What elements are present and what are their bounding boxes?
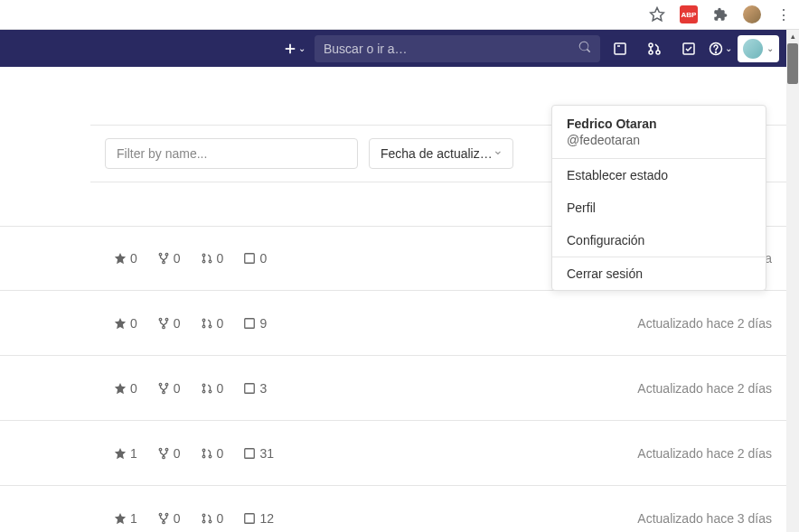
stat-issues[interactable]: 0: [243, 251, 267, 266]
stat-merge-requests[interactable]: 0: [201, 446, 224, 461]
user-dropdown-trigger[interactable]: ⌄: [738, 35, 779, 62]
svg-rect-24: [245, 318, 255, 328]
svg-point-18: [159, 318, 162, 321]
menu-item-settings[interactable]: Configuración: [552, 224, 766, 257]
todos-icon[interactable]: [674, 34, 703, 63]
project-row: 1 0 0 12 Actualizado hace 3 días: [0, 486, 786, 532]
svg-point-5: [649, 43, 653, 47]
stat-forks[interactable]: 0: [157, 251, 181, 266]
svg-rect-31: [245, 383, 255, 393]
menu-item-sign-out[interactable]: Cerrar sesión: [552, 257, 766, 290]
stat-issues[interactable]: 12: [243, 511, 274, 526]
browser-profile-avatar[interactable]: [743, 5, 761, 23]
dropdown-header: Fedrico Otaran @fedeotaran: [552, 106, 766, 159]
project-row: 0 0 0 3 Actualizado hace 2 días: [0, 356, 786, 421]
svg-rect-17: [245, 254, 255, 264]
scrollbar-thumb[interactable]: [787, 43, 798, 84]
svg-point-36: [202, 455, 205, 458]
updated-text: Actualizado hace 2 días: [637, 446, 772, 461]
browser-menu-icon[interactable]: ⋮: [776, 6, 792, 23]
scrollbar-up-icon[interactable]: ▴: [786, 30, 799, 42]
svg-point-33: [165, 448, 168, 451]
create-new-dropdown[interactable]: ⌄: [280, 39, 309, 59]
project-stats: 1 0 0 12: [114, 511, 274, 526]
stat-merge-requests[interactable]: 0: [201, 381, 224, 396]
user-dropdown-menu: Fedrico Otaran @fedeotaran Establecer es…: [551, 105, 766, 291]
svg-point-27: [162, 391, 164, 394]
project-row: 1 0 0 31 Actualizado hace 2 días: [0, 421, 786, 486]
svg-point-6: [649, 51, 653, 54]
svg-point-26: [165, 383, 168, 386]
svg-point-35: [202, 449, 205, 452]
svg-point-11: [159, 253, 162, 256]
search-icon: [578, 41, 591, 56]
project-row: 0 0 0 9 Actualizado hace 2 días: [0, 291, 786, 356]
menu-item-profile[interactable]: Perfil: [552, 191, 766, 224]
stat-forks[interactable]: 0: [157, 446, 181, 461]
svg-point-30: [209, 390, 212, 393]
stat-stars[interactable]: 1: [114, 511, 137, 526]
project-stats: 1 0 0 31: [114, 446, 274, 461]
sort-dropdown[interactable]: Fecha de actualiz…: [369, 138, 513, 169]
updated-text: Actualizado hace 3 días: [637, 511, 772, 526]
extensions-icon[interactable]: [712, 6, 728, 23]
user-avatar: [743, 39, 763, 59]
svg-point-40: [165, 513, 168, 516]
stat-stars[interactable]: 0: [114, 251, 137, 266]
stat-merge-requests[interactable]: 0: [201, 316, 224, 331]
svg-point-44: [209, 520, 212, 523]
svg-rect-2: [286, 48, 296, 50]
svg-rect-38: [245, 448, 255, 458]
stat-forks[interactable]: 0: [157, 381, 181, 396]
stat-forks[interactable]: 0: [157, 316, 181, 331]
search-input[interactable]: [324, 42, 578, 56]
stat-issues[interactable]: 3: [243, 381, 267, 396]
svg-point-43: [202, 520, 205, 523]
browser-toolbar: ABP ⋮: [0, 0, 799, 30]
svg-point-22: [202, 325, 205, 328]
svg-marker-0: [651, 8, 664, 21]
svg-point-14: [202, 254, 205, 257]
user-full-name: Fedrico Otaran: [567, 117, 751, 131]
stat-forks[interactable]: 0: [157, 511, 181, 526]
issues-icon[interactable]: [606, 34, 634, 63]
chevron-down-icon: ⌄: [766, 43, 774, 53]
merge-requests-icon[interactable]: [640, 34, 669, 63]
page-content: ⌄ ⌄ ⌄ Fecha de actualiz…: [0, 30, 786, 532]
menu-item-set-status[interactable]: Establecer estado: [552, 159, 766, 191]
svg-point-39: [159, 513, 162, 516]
sort-label: Fecha de actualiz…: [381, 146, 493, 161]
svg-point-12: [165, 253, 168, 256]
svg-point-32: [159, 448, 162, 451]
svg-point-7: [656, 51, 660, 54]
stat-issues[interactable]: 9: [243, 316, 267, 331]
abp-extension-icon[interactable]: ABP: [680, 5, 698, 23]
stat-issues[interactable]: 31: [243, 446, 274, 461]
svg-point-41: [162, 521, 164, 524]
svg-point-19: [165, 318, 168, 321]
stat-stars[interactable]: 0: [114, 316, 137, 331]
stat-merge-requests[interactable]: 0: [201, 511, 224, 526]
svg-point-20: [162, 326, 164, 329]
svg-point-13: [162, 261, 164, 264]
svg-point-15: [202, 260, 205, 263]
svg-point-23: [209, 325, 212, 328]
project-stats: 0 0 0 0: [114, 251, 267, 266]
stat-merge-requests[interactable]: 0: [201, 251, 224, 266]
help-dropdown[interactable]: ⌄: [709, 42, 732, 56]
bookmark-star-icon[interactable]: [649, 6, 665, 23]
project-stats: 0 0 0 3: [114, 381, 267, 396]
project-stats: 0 0 0 9: [114, 316, 267, 331]
filter-input[interactable]: [105, 138, 358, 169]
user-username: @fedeotaran: [567, 133, 751, 147]
svg-point-29: [202, 390, 205, 393]
scrollbar[interactable]: ▴: [786, 30, 799, 532]
stat-stars[interactable]: 1: [114, 446, 137, 461]
global-search[interactable]: [315, 35, 600, 62]
updated-text: Actualizado hace 2 días: [637, 316, 772, 331]
updated-text: Actualizado hace 2 días: [637, 381, 772, 396]
svg-point-42: [202, 514, 205, 517]
svg-point-16: [209, 260, 212, 263]
svg-rect-3: [615, 43, 625, 54]
stat-stars[interactable]: 0: [114, 381, 137, 396]
